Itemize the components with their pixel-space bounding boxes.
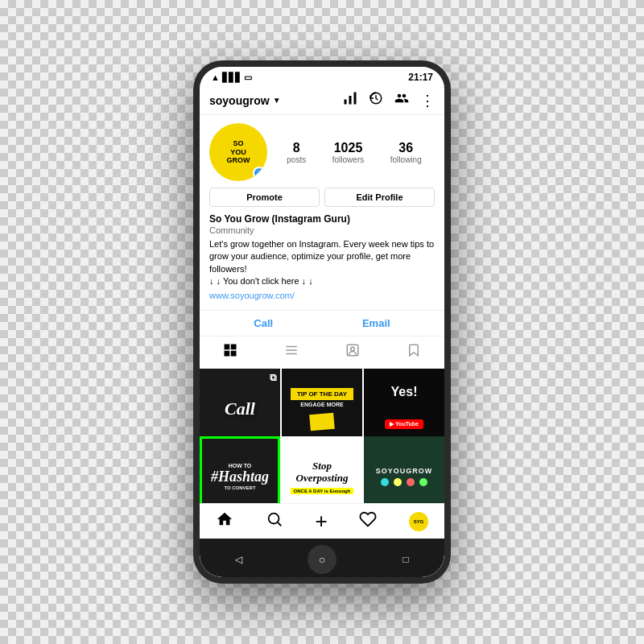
top-icons: ⋮ bbox=[343, 91, 435, 109]
svg-rect-5 bbox=[231, 344, 237, 349]
avatar: SOYOUGROW + bbox=[209, 123, 267, 181]
multi-icon: ⧉ bbox=[270, 372, 277, 383]
edit-profile-button[interactable]: Edit Profile bbox=[324, 188, 435, 207]
android-recent-button[interactable]: □ bbox=[398, 551, 414, 568]
followers-label: followers bbox=[332, 155, 364, 164]
contact-buttons: Call Email bbox=[200, 310, 444, 336]
android-home-button[interactable]: ○ bbox=[308, 545, 336, 574]
profile-category: Community bbox=[209, 225, 435, 235]
profile-section: SOYOUGROW + 8 posts 1025 followers 36 bbox=[200, 115, 444, 305]
stats-icon[interactable] bbox=[343, 91, 357, 109]
history-icon[interactable] bbox=[369, 91, 383, 109]
avatar-plus-icon[interactable]: + bbox=[253, 167, 266, 180]
user-tab-icon[interactable] bbox=[345, 343, 360, 361]
search-nav-icon[interactable] bbox=[266, 510, 283, 532]
svg-point-12 bbox=[351, 347, 355, 351]
followers-stat[interactable]: 1025 followers bbox=[332, 141, 364, 164]
svg-rect-4 bbox=[225, 344, 230, 349]
username-area[interactable]: soyougrow ▼ bbox=[209, 94, 281, 107]
svg-rect-7 bbox=[231, 350, 237, 356]
profile-nav-avatar[interactable]: SYG bbox=[409, 512, 428, 531]
more-menu-icon[interactable]: ⋮ bbox=[420, 92, 435, 109]
action-buttons: Promote Edit Profile bbox=[209, 188, 435, 207]
phone-device: ▲ ▋▋▋ ▭ 21:17 soyougrow ▼ bbox=[193, 60, 451, 584]
promote-button[interactable]: Promote bbox=[209, 188, 320, 207]
signal-icon: ▋▋▋ bbox=[222, 72, 242, 83]
tab-bar bbox=[200, 336, 444, 369]
svg-rect-6 bbox=[225, 350, 230, 356]
grid-item-5[interactable]: StopOverposting ONCE A DAY is Enouogh bbox=[282, 436, 362, 503]
status-right: 21:17 bbox=[408, 72, 433, 83]
dropdown-icon[interactable]: ▼ bbox=[273, 96, 281, 105]
status-bar: ▲ ▋▋▋ ▭ 21:17 bbox=[200, 67, 444, 86]
list-tab-icon[interactable] bbox=[284, 343, 299, 361]
call-button[interactable]: Call bbox=[254, 317, 273, 329]
svg-point-13 bbox=[268, 514, 279, 524]
svg-rect-1 bbox=[349, 96, 352, 105]
email-button[interactable]: Email bbox=[362, 317, 390, 329]
bookmark-tab-icon[interactable] bbox=[407, 343, 421, 361]
following-label: following bbox=[390, 155, 422, 164]
following-stat[interactable]: 36 following bbox=[390, 141, 422, 164]
svg-line-14 bbox=[278, 522, 281, 526]
wifi-icon: ▲ bbox=[211, 72, 220, 82]
grid-item-4[interactable]: HOW TO #Hashtag TO CONVERT bbox=[200, 436, 280, 503]
svg-rect-0 bbox=[345, 100, 347, 105]
add-user-icon[interactable] bbox=[394, 91, 409, 109]
android-back-button[interactable]: ◁ bbox=[230, 551, 246, 568]
heart-nav-icon[interactable] bbox=[359, 510, 377, 532]
following-count: 36 bbox=[398, 141, 413, 155]
grid-item-6[interactable]: SOYOUGROW bbox=[364, 436, 444, 503]
photo-grid: Call ⧉ TIP OF THE DAY ENGAGE MORE Yes! bbox=[200, 369, 444, 503]
followers-count: 1025 bbox=[334, 141, 363, 155]
youtube-label: ▶ YouTube bbox=[385, 419, 423, 429]
stats-container: 8 posts 1025 followers 36 following bbox=[274, 141, 435, 164]
home-nav-icon[interactable] bbox=[216, 510, 233, 532]
username-label: soyougrow bbox=[209, 94, 270, 107]
svg-rect-2 bbox=[354, 93, 357, 105]
posts-count: 8 bbox=[293, 141, 300, 155]
grid-tab-icon[interactable] bbox=[223, 343, 237, 361]
bottom-nav: + SYG bbox=[200, 503, 444, 539]
battery-icon: ▭ bbox=[244, 72, 252, 83]
status-left: ▲ ▋▋▋ ▭ bbox=[211, 72, 252, 83]
phone-screen: ▲ ▋▋▋ ▭ 21:17 soyougrow ▼ bbox=[200, 67, 444, 577]
posts-stat: 8 posts bbox=[287, 141, 306, 164]
top-bar: soyougrow ▼ ⋮ bbox=[200, 86, 444, 115]
profile-link[interactable]: www.soyougrow.com/ bbox=[209, 291, 435, 300]
posts-label: posts bbox=[287, 155, 306, 164]
yes-text: Yes! bbox=[391, 385, 418, 399]
profile-name: So You Grow (Instagram Guru) bbox=[209, 213, 435, 225]
avatar-text: SOYOUGROW bbox=[227, 139, 250, 165]
time-display: 21:17 bbox=[408, 72, 433, 83]
android-nav: ◁ ○ □ bbox=[200, 539, 444, 577]
add-nav-icon[interactable]: + bbox=[315, 509, 327, 534]
profile-bio: Let's grow together on Instagram. Every … bbox=[209, 238, 435, 288]
profile-stats-row: SOYOUGROW + 8 posts 1025 followers 36 bbox=[209, 123, 435, 181]
